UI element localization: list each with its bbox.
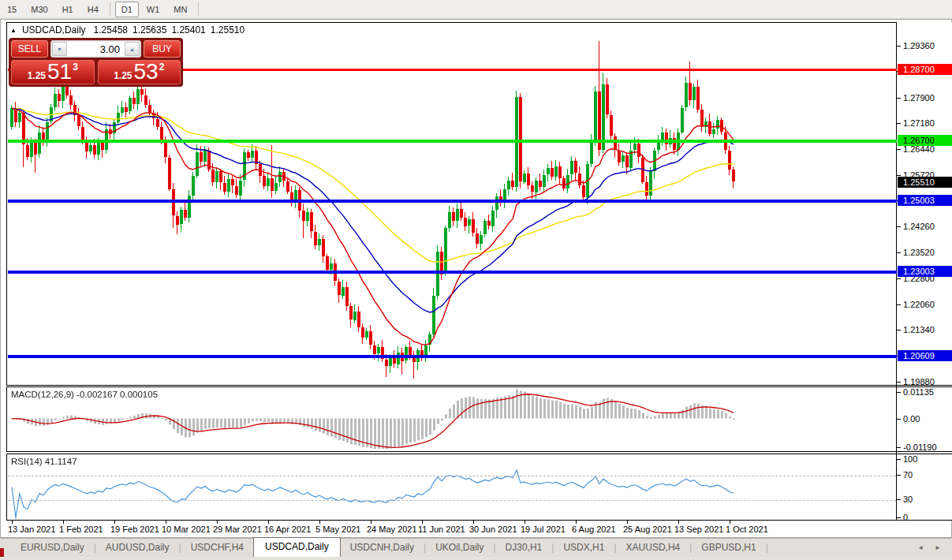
volume-decrease-button[interactable]: ▼ — [52, 42, 67, 56]
level-price-tag: 1.26700 — [898, 135, 952, 146]
price-tick-label: 0.00 — [903, 413, 920, 424]
support-resistance-line[interactable] — [8, 140, 897, 143]
rsi-level-line — [8, 476, 896, 476]
price-tick — [897, 459, 901, 460]
date-tick-label: 13 Sep 2021 — [674, 525, 723, 534]
sell-price-prefix: 1.25 — [28, 69, 46, 82]
price-tick — [897, 419, 901, 420]
price-tick — [897, 499, 901, 500]
price-tick — [897, 252, 901, 253]
chart-tabs: EURUSD,Daily|AUDUSD,Daily|USDCHF,H4USDCA… — [11, 538, 768, 557]
chart-tab-usdx[interactable]: USDX,H1 — [554, 539, 614, 557]
price-tick — [897, 392, 901, 393]
pane-separator — [897, 451, 952, 452]
date-tick-label: 16 Apr 2021 — [264, 525, 311, 534]
one-click-trade-panel: SELL ▼ ▲ BUY 1.25 51 3 1.25 53 2 — [9, 38, 183, 87]
timeframe-button-m30[interactable]: M30 — [24, 2, 54, 17]
buy-price-sup: 2 — [159, 62, 165, 73]
tab-divider: | — [766, 542, 768, 557]
chart-tab-dj30[interactable]: DJ30,H1 — [496, 539, 552, 557]
date-tick-label: 19 Feb 2021 — [110, 525, 159, 534]
timeframe-button-mn[interactable]: MN — [167, 2, 193, 17]
date-tick-label: 29 Mar 2021 — [213, 525, 262, 534]
chart-tab-usdchf[interactable]: USDCHF,H4 — [181, 539, 253, 557]
price-tick-label: 0 — [903, 512, 908, 523]
price-tick-label: 1.29360 — [903, 40, 935, 51]
price-tick — [897, 123, 901, 124]
date-tick — [63, 521, 64, 524]
price-tick-label: 1.22060 — [903, 299, 935, 310]
rsi-canvas[interactable] — [7, 454, 896, 520]
date-tick-label: 13 Jan 2021 — [8, 525, 56, 534]
chart-tab-xauusd[interactable]: XAUUSD,H4 — [617, 539, 690, 557]
date-tick-label: 19 Jul 2021 — [521, 525, 566, 534]
support-resistance-line[interactable] — [8, 200, 897, 203]
rsi-pane — [6, 454, 897, 521]
date-tick-label: 1 Oct 2021 — [726, 525, 768, 534]
collapse-trade-panel-icon[interactable]: ▲ — [10, 27, 17, 34]
timeframe-button-h1[interactable]: H1 — [56, 2, 80, 17]
tabs-scroll-right-button[interactable]: ► — [935, 544, 941, 551]
price-tick — [897, 149, 901, 150]
timeframe-button-d1[interactable]: D1 — [115, 2, 139, 17]
price-tick-label: 70 — [903, 469, 913, 480]
price-tick-label: 1.27180 — [903, 118, 935, 129]
pane-separator — [897, 385, 952, 386]
price-tick — [897, 304, 901, 305]
price-tick-label: 1.27900 — [903, 92, 935, 103]
price-tick-label: 30 — [903, 494, 913, 505]
price-tick — [897, 382, 901, 383]
timeframe-toolbar: 15M30H1H4D1W1MN — [0, 0, 952, 19]
volume-input[interactable] — [67, 42, 125, 56]
sell-button[interactable]: SELL — [11, 40, 48, 58]
current-price-tag: 1.25510 — [898, 177, 952, 188]
date-tick — [371, 521, 371, 524]
level-price-tag: 1.28700 — [898, 64, 952, 75]
sell-price-sup: 3 — [73, 62, 78, 73]
timeframe-button-h4[interactable]: H4 — [81, 2, 105, 17]
date-tick — [678, 521, 679, 524]
timeframe-button-w1[interactable]: W1 — [140, 2, 166, 17]
volume-increase-button[interactable]: ▲ — [125, 42, 140, 56]
sell-price-button[interactable]: 1.25 51 3 — [11, 60, 95, 84]
date-tick — [730, 521, 730, 524]
chart-tab-eurusd[interactable]: EURUSD,Daily — [11, 539, 94, 557]
date-tick-label: 25 Aug 2021 — [623, 525, 672, 534]
toolbar-separator — [110, 2, 110, 17]
buy-price-button[interactable]: 1.25 53 2 — [98, 60, 181, 84]
support-resistance-line[interactable] — [8, 355, 897, 358]
chart-symbol-label: USDCAD,Daily — [22, 24, 86, 35]
chart-tab-ukoil[interactable]: UKOil,Daily — [426, 539, 493, 557]
level-price-tag: 1.23003 — [898, 266, 952, 277]
price-tick-label: 100 — [903, 454, 917, 465]
date-tick-label: 5 May 2021 — [315, 525, 360, 534]
date-tick — [576, 521, 577, 524]
ohlc-low: 1.25401 — [171, 24, 205, 35]
date-tick-label: 11 Jun 2021 — [418, 525, 465, 534]
date-tick — [268, 521, 269, 524]
timeframe-button-15[interactable]: 15 — [1, 2, 23, 17]
date-tick — [627, 521, 628, 524]
date-tick-label: 1 Feb 2021 — [59, 525, 103, 534]
volume-stepper: ▼ ▲ — [50, 40, 141, 58]
price-tick — [897, 330, 901, 330]
date-tick — [422, 521, 423, 524]
date-tick — [217, 521, 218, 524]
price-tick — [897, 278, 901, 279]
support-resistance-line[interactable] — [8, 271, 897, 274]
level-price-tag: 1.25003 — [898, 195, 952, 206]
buy-price-big: 53 — [134, 62, 159, 82]
chart-tab-gbpusd[interactable]: GBPUSD,H1 — [692, 539, 765, 557]
pane-separator — [897, 386, 952, 387]
date-tick — [319, 521, 320, 524]
chart-tab-usdcad[interactable]: USDCAD,Daily — [253, 537, 341, 557]
date-tick-label: 30 Jun 2021 — [469, 525, 517, 534]
price-tick — [897, 475, 901, 476]
chart-tab-usdcnh[interactable]: USDCNH,Daily — [341, 539, 424, 557]
buy-button[interactable]: BUY — [144, 40, 181, 58]
date-tick-label: 6 Aug 2021 — [572, 525, 616, 534]
chart-tab-audusd[interactable]: AUDUSD,Daily — [96, 539, 179, 557]
tabs-scroll-left-button[interactable]: ◄ — [917, 544, 924, 551]
status-bar — [0, 557, 952, 560]
rsi-indicator-label: RSI(14) 41.1147 — [11, 457, 77, 466]
